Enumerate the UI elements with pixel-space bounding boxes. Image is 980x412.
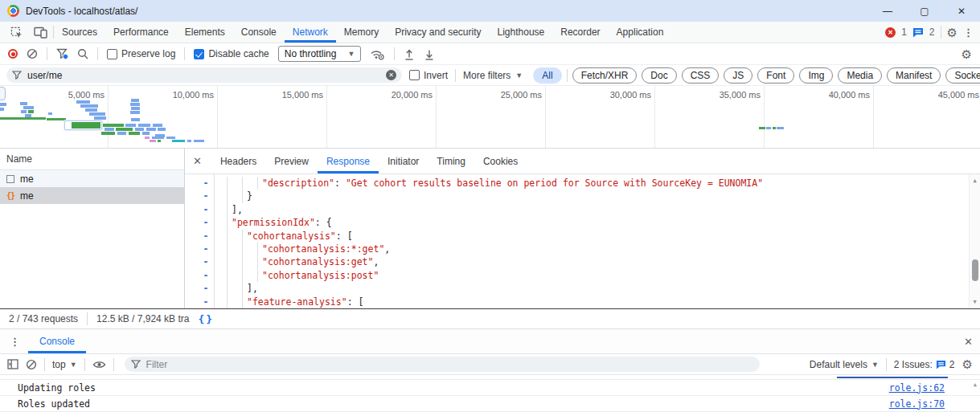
filter-funnel-icon[interactable] bbox=[56, 48, 68, 59]
fold-marker-icon[interactable]: - bbox=[201, 230, 211, 243]
checkbox-unchecked[interactable] bbox=[107, 49, 117, 59]
request-row[interactable]: {}me bbox=[0, 187, 184, 204]
maximize-button[interactable]: ▢ bbox=[906, 0, 943, 22]
record-network-log-icon[interactable] bbox=[8, 49, 18, 59]
invert-checkbox[interactable]: Invert bbox=[409, 70, 448, 81]
javascript-context-select[interactable]: top ▼ bbox=[52, 359, 77, 370]
fold-marker-icon[interactable]: - bbox=[201, 177, 211, 190]
console-filter-input[interactable] bbox=[146, 359, 753, 370]
divider bbox=[394, 47, 395, 60]
close-detail-icon[interactable]: ✕ bbox=[185, 149, 211, 173]
indent-guide bbox=[227, 269, 228, 282]
divider bbox=[567, 69, 568, 82]
search-icon[interactable] bbox=[77, 48, 88, 59]
detail-tab-preview[interactable]: Preview bbox=[265, 149, 318, 173]
filter-pill-js[interactable]: JS bbox=[724, 67, 752, 84]
fold-marker-icon[interactable]: - bbox=[201, 282, 211, 295]
indent-guide bbox=[227, 216, 228, 229]
filter-pill-manifest[interactable]: Manifest bbox=[887, 67, 941, 84]
issues-counter[interactable]: 2 Issues: 2 bbox=[894, 359, 955, 370]
filter-pill-css[interactable]: CSS bbox=[682, 67, 720, 84]
code-text: ], bbox=[185, 282, 969, 295]
clear-network-log-icon[interactable] bbox=[27, 48, 38, 59]
pretty-print-icon[interactable]: {} bbox=[198, 313, 214, 325]
preserve-log-checkbox[interactable]: Preserve log bbox=[107, 48, 175, 59]
network-settings-gear-icon[interactable]: ⚙ bbox=[962, 48, 972, 60]
close-button[interactable]: ✕ bbox=[943, 0, 980, 22]
scroll-up-icon[interactable]: ▲ bbox=[970, 177, 980, 184]
filter-pill-font[interactable]: Font bbox=[757, 67, 794, 84]
filter-pill-socket[interactable]: Socket bbox=[945, 67, 980, 84]
checkbox-unchecked[interactable] bbox=[409, 70, 420, 80]
tab-console-drawer[interactable]: Console bbox=[28, 329, 86, 353]
console-scroll-up-icon[interactable]: ▲ bbox=[974, 381, 977, 388]
console-source-link[interactable]: role.js:70 bbox=[889, 398, 945, 410]
tab-network[interactable]: Network bbox=[285, 22, 336, 43]
log-levels-select[interactable]: Default levels ▼ bbox=[810, 359, 879, 370]
device-toolbar-icon[interactable] bbox=[28, 22, 53, 43]
network-filter-input[interactable] bbox=[27, 70, 380, 81]
waterfall-bar bbox=[194, 140, 204, 142]
request-row[interactable]: me bbox=[0, 170, 184, 187]
console-settings-gear-icon[interactable]: ⚙ bbox=[962, 358, 973, 370]
fold-marker-icon[interactable]: - bbox=[201, 269, 211, 282]
tab-console[interactable]: Console bbox=[233, 22, 285, 43]
filter-pill-all[interactable]: All bbox=[533, 67, 561, 84]
tab-memory[interactable]: Memory bbox=[336, 22, 387, 43]
indent-guide bbox=[242, 177, 243, 190]
export-har-icon[interactable] bbox=[424, 48, 435, 60]
console-message: Roles updatedrole.js:70 bbox=[0, 396, 980, 412]
scroll-down-icon[interactable]: ▼ bbox=[970, 299, 980, 305]
tab-performance[interactable]: Performance bbox=[105, 22, 177, 43]
indent-guide bbox=[257, 177, 258, 190]
tab-lighthouse[interactable]: Lighthouse bbox=[490, 22, 553, 43]
fold-marker-icon[interactable]: - bbox=[201, 255, 211, 268]
response-scrollbar[interactable]: ▲ ▼ bbox=[969, 174, 980, 308]
settings-gear-icon[interactable]: ⚙ bbox=[947, 27, 957, 39]
network-overview-timeline[interactable]: 5,000 ms10,000 ms15,000 ms20,000 ms25,00… bbox=[0, 86, 980, 149]
live-expression-eye-icon[interactable] bbox=[92, 360, 106, 369]
close-drawer-icon[interactable]: ✕ bbox=[964, 329, 973, 353]
detail-tab-timing[interactable]: Timing bbox=[428, 149, 474, 173]
overview-brush-handle[interactable] bbox=[0, 87, 6, 100]
tab-sources[interactable]: Sources bbox=[54, 22, 105, 43]
scrollbar-thumb[interactable] bbox=[972, 259, 978, 281]
tab-elements[interactable]: Elements bbox=[177, 22, 233, 43]
more-filters-dropdown[interactable]: More filters ▼ bbox=[463, 70, 523, 81]
tab-recorder[interactable]: Recorder bbox=[552, 22, 608, 43]
waterfall-selected-bar[interactable] bbox=[64, 120, 102, 130]
waterfall-bar bbox=[85, 108, 97, 112]
minimize-button[interactable]: — bbox=[869, 0, 906, 22]
detail-tab-initiator[interactable]: Initiator bbox=[379, 149, 428, 173]
filter-pill-doc[interactable]: Doc bbox=[642, 67, 676, 84]
fold-marker-icon[interactable]: - bbox=[201, 296, 211, 308]
network-conditions-icon[interactable] bbox=[370, 48, 385, 60]
import-har-icon[interactable] bbox=[404, 48, 415, 60]
drawer-menu-icon[interactable]: ⋮ bbox=[0, 329, 28, 353]
tab-application[interactable]: Application bbox=[609, 22, 672, 43]
name-column-header[interactable]: Name bbox=[0, 149, 184, 170]
throttling-select[interactable]: No throttling ▼ bbox=[278, 46, 362, 62]
disable-cache-checkbox[interactable]: Disable cache bbox=[194, 48, 269, 59]
console-source-link[interactable]: role.js:62 bbox=[889, 382, 945, 394]
detail-tab-cookies[interactable]: Cookies bbox=[474, 149, 527, 173]
detail-tab-response[interactable]: Response bbox=[318, 149, 379, 173]
error-badge-icon[interactable]: ✕ bbox=[885, 27, 896, 38]
detail-tab-headers[interactable]: Headers bbox=[211, 149, 265, 173]
more-options-icon[interactable]: ⋮ bbox=[963, 27, 974, 38]
filter-pill-media[interactable]: Media bbox=[838, 67, 882, 84]
inspect-element-icon[interactable] bbox=[5, 22, 28, 43]
tab-privacy-and-security[interactable]: Privacy and security bbox=[387, 22, 489, 43]
filter-pill-img[interactable]: Img bbox=[799, 67, 833, 84]
checkbox-checked[interactable] bbox=[194, 49, 204, 59]
filter-pill-fetch-xhr[interactable]: Fetch/XHR bbox=[572, 67, 638, 84]
console-sidebar-icon[interactable] bbox=[7, 359, 18, 369]
issues-badge-icon[interactable] bbox=[912, 27, 924, 38]
fold-marker-icon[interactable]: - bbox=[201, 203, 211, 216]
fold-marker-icon[interactable]: - bbox=[201, 216, 211, 229]
fold-marker-icon[interactable]: - bbox=[201, 243, 211, 255]
clear-filter-icon[interactable]: ✕ bbox=[386, 70, 396, 80]
clear-console-icon[interactable] bbox=[26, 359, 37, 370]
levels-value: Default levels bbox=[810, 359, 867, 370]
fold-marker-icon[interactable]: - bbox=[201, 190, 211, 202]
